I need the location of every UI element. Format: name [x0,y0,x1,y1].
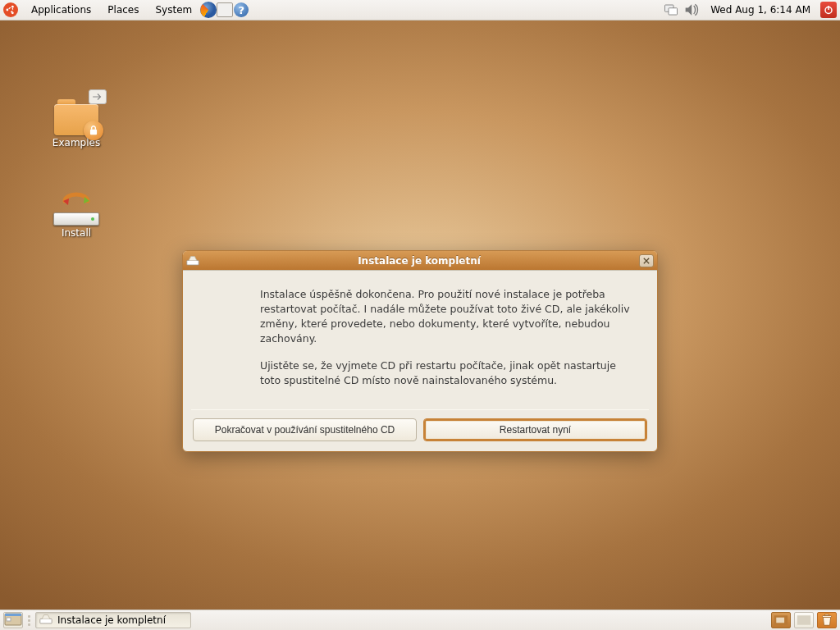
desktop-icon-examples[interactable]: Examples [46,99,107,148]
svg-rect-6 [828,6,829,10]
panel-left: Applications Places System ? [3,0,249,21]
dialog-titlebar[interactable]: Instalace je kompletní [183,251,657,271]
svg-rect-7 [90,130,97,135]
menu-places[interactable]: Places [99,0,147,21]
svg-rect-14 [776,618,784,623]
svg-rect-11 [7,618,11,621]
svg-point-0 [7,9,9,11]
close-button[interactable] [639,254,654,267]
desktop: Examples Install Instalace je kompletní … [0,21,840,609]
network-icon[interactable] [663,2,679,18]
show-desktop-button[interactable] [3,612,23,628]
drive-icon [39,614,52,627]
svg-rect-10 [5,614,21,616]
svg-rect-12 [40,619,52,623]
continue-button[interactable]: Pokračovat v používání spustitelného CD [193,418,417,441]
workspace-switcher-2[interactable] [794,612,814,628]
shutdown-button[interactable] [820,2,837,18]
svg-rect-4 [669,8,678,15]
dialog-body: Instalace úspěšně dokončena. Pro použití… [183,271,657,409]
desktop-icon-label: Install [46,227,107,239]
dialog-paragraph: Ujistěte se, že vyjmete CD při restartu … [260,358,632,388]
volume-icon[interactable] [684,2,701,18]
svg-point-1 [11,6,14,8]
desktop-icon-install[interactable]: Install [46,189,107,239]
bottom-panel: Instalace je kompletní [0,609,840,630]
menu-applications[interactable]: Applications [23,0,99,21]
taskbar-item-label: Instalace je kompletní [57,614,166,626]
dialog-actions: Pokračovat v používání spustitelného CD … [183,410,657,451]
top-panel: Applications Places System ? Wed Aug 1, … [0,0,840,21]
help-icon[interactable]: ? [233,2,249,18]
menu-system[interactable]: System [147,0,200,21]
workspace-switcher-1[interactable] [771,612,791,628]
svg-rect-15 [797,615,810,624]
lock-emblem-icon [84,121,103,140]
dialog-title: Instalace je kompletní [199,255,639,267]
restart-button[interactable]: Restartovat nyní [423,418,647,441]
svg-rect-17 [825,614,829,616]
symlink-emblem-icon [89,89,107,104]
taskbar-item-install-complete[interactable]: Instalace je kompletní [35,612,191,628]
panel-grip[interactable] [28,612,32,628]
trash-button[interactable] [817,612,837,628]
install-complete-dialog: Instalace je kompletní Instalace úspěšně… [182,250,658,452]
drive-icon [186,254,199,267]
mail-icon[interactable] [217,2,233,18]
dialog-paragraph: Instalace úspěšně dokončena. Pro použití… [260,287,632,347]
clock[interactable]: Wed Aug 1, 6:14 AM [705,4,815,16]
install-icon [53,189,99,226]
svg-rect-8 [187,260,199,265]
folder-icon [54,99,98,135]
ubuntu-logo-icon[interactable] [3,2,18,17]
panel-right: Wed Aug 1, 6:14 AM [663,2,837,18]
firefox-icon[interactable] [200,2,217,18]
